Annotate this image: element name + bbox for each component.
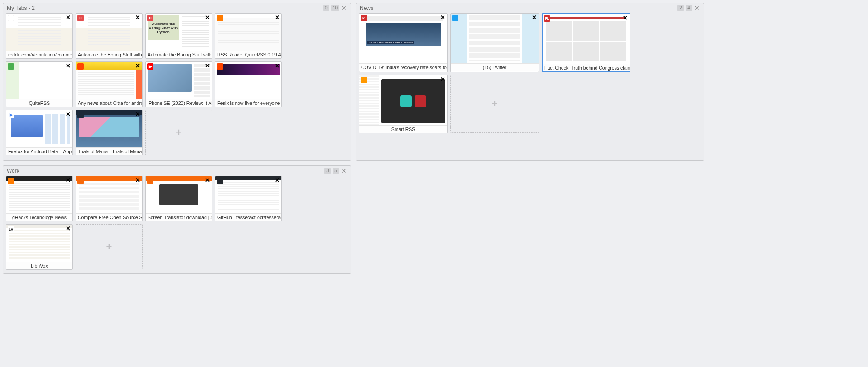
- group-badge-b[interactable]: 5: [333, 168, 339, 174]
- group-mytabs: My Tabs - 2 0 10 ✕ ✕reddit.com/r/emulati…: [3, 3, 351, 161]
- tile-close-icon[interactable]: ✕: [439, 14, 446, 21]
- tile-thumbnail[interactable]: ✕: [215, 176, 281, 213]
- favicon-icon: [217, 63, 223, 70]
- tab-tile[interactable]: ✕(15) Twitter: [450, 13, 539, 72]
- tab-tile[interactable]: ✕Screen Translator download | S: [145, 176, 212, 221]
- tile-close-icon[interactable]: ✕: [65, 14, 71, 21]
- group-header: News 2 4 ✕: [359, 3, 701, 13]
- tile-thumbnail[interactable]: ✕: [215, 62, 281, 99]
- group-close-icon[interactable]: ✕: [341, 167, 347, 174]
- tile-close-icon[interactable]: ✕: [274, 14, 280, 21]
- tile-close-icon[interactable]: ✕: [134, 177, 141, 184]
- tile-thumbnail[interactable]: ✕: [6, 176, 72, 213]
- tile-title: Screen Translator download | S: [146, 213, 212, 221]
- tile-thumbnail[interactable]: ✕: [76, 176, 142, 213]
- tile-thumbnail[interactable]: ✕: [146, 176, 212, 213]
- tab-tile[interactable]: INDIA'S RECOVERY RATE: 19.89%R.✕COVID-19…: [359, 13, 448, 72]
- tab-tile[interactable]: ✕Any news about Citra for androi: [76, 61, 143, 107]
- tab-tile[interactable]: LV✕LibriVox: [6, 224, 73, 270]
- favicon-icon: [77, 112, 84, 118]
- tile-close-icon[interactable]: ✕: [134, 14, 141, 21]
- tile-close-icon[interactable]: ✕: [439, 76, 446, 83]
- thumbnail-art: [76, 62, 142, 99]
- group-badge-b[interactable]: 4: [686, 5, 692, 11]
- tile-close-icon[interactable]: ✕: [204, 63, 210, 69]
- tab-tile[interactable]: u✕Automate the Boring Stuff with F: [76, 13, 143, 59]
- thumbnail-art: [543, 14, 630, 64]
- tab-tile[interactable]: ▶✕iPhone SE (2020) Review: It All: [145, 61, 212, 107]
- favicon-icon: [8, 178, 14, 184]
- tab-tile[interactable]: ✕gHacks Technology News: [6, 176, 73, 221]
- favicon-icon: u: [77, 15, 84, 21]
- tile-close-icon[interactable]: ✕: [204, 14, 210, 21]
- favicon-icon: [77, 178, 84, 184]
- tab-tile[interactable]: ▶✕Firefox for Android Beta – Apps: [6, 110, 73, 155]
- tab-tile[interactable]: ✕reddit.com/r/emulation/commen: [6, 13, 73, 59]
- tile-close-icon[interactable]: ✕: [531, 14, 537, 21]
- tile-thumbnail[interactable]: ✕: [359, 75, 447, 125]
- tile-close-icon[interactable]: ✕: [65, 177, 71, 184]
- tile-thumbnail[interactable]: u✕: [76, 14, 142, 51]
- tile-thumbnail[interactable]: ✕: [451, 14, 539, 63]
- favicon-icon: ▶: [8, 112, 14, 118]
- tab-tile[interactable]: ✕QuiteRSS: [6, 61, 73, 107]
- group-badge-a[interactable]: 0: [323, 5, 329, 11]
- group-badge-a[interactable]: 2: [677, 5, 684, 11]
- group-badge-a[interactable]: 3: [324, 168, 331, 174]
- tile-thumbnail[interactable]: Automate the Boring Stuff with Pythonu✕: [146, 14, 212, 51]
- thumbnail-art: [6, 62, 72, 99]
- group-title[interactable]: My Tabs - 2: [7, 5, 35, 11]
- tab-tile[interactable]: ✕Trials of Mana - Trials of Mana F: [76, 110, 143, 155]
- tile-thumbnail[interactable]: R.✕: [543, 14, 630, 64]
- tab-tile[interactable]: ✕RSS Reader QuiteRSS 0.19.4 o: [215, 13, 282, 59]
- tiles-container: ✕reddit.com/r/emulation/commenu✕Automate…: [6, 13, 348, 155]
- favicon-icon: [77, 63, 84, 70]
- add-tab-button[interactable]: +: [145, 110, 212, 155]
- thumbnail-art: [359, 75, 447, 125]
- tile-close-icon[interactable]: ✕: [622, 15, 628, 21]
- tile-title: Firefox for Android Beta – Apps: [6, 147, 72, 155]
- tile-close-icon[interactable]: ✕: [134, 63, 141, 69]
- tile-thumbnail[interactable]: LV✕: [6, 225, 72, 262]
- thumbnail-art: [215, 62, 281, 99]
- tab-tile[interactable]: R.✕Fact Check: Truth behind Congress cla…: [542, 13, 630, 72]
- tile-close-icon[interactable]: ✕: [274, 177, 280, 184]
- thumbnail-art: [451, 14, 539, 63]
- tile-thumbnail[interactable]: ✕: [76, 62, 142, 99]
- tile-thumbnail[interactable]: ✕: [76, 110, 142, 147]
- tile-close-icon[interactable]: ✕: [65, 226, 71, 232]
- group-title[interactable]: Work: [7, 168, 19, 174]
- tile-thumbnail[interactable]: INDIA'S RECOVERY RATE: 19.89%R.✕: [359, 14, 447, 63]
- tile-thumbnail[interactable]: ▶✕: [146, 62, 212, 99]
- thumbnail-art: [6, 176, 72, 213]
- group-close-icon[interactable]: ✕: [341, 5, 347, 12]
- tile-close-icon[interactable]: ✕: [65, 111, 71, 118]
- group-badge-b[interactable]: 10: [331, 5, 339, 11]
- group-controls: 3 5 ✕: [324, 167, 347, 174]
- tab-tile[interactable]: ✕GitHub - tesseract-ocr/tesserac: [215, 176, 282, 221]
- tile-title: QuiteRSS: [6, 99, 72, 107]
- tile-close-icon[interactable]: ✕: [274, 63, 280, 69]
- tile-thumbnail[interactable]: ▶✕: [6, 110, 72, 147]
- tile-title: reddit.com/r/emulation/commen: [6, 51, 72, 58]
- tile-close-icon[interactable]: ✕: [134, 111, 141, 118]
- favicon-icon: ▶: [147, 63, 153, 70]
- tile-thumbnail[interactable]: ✕: [6, 14, 72, 51]
- tile-thumbnail[interactable]: ✕: [215, 14, 281, 51]
- group-close-icon[interactable]: ✕: [694, 5, 700, 12]
- favicon-icon: LV: [8, 226, 14, 232]
- tile-close-icon[interactable]: ✕: [65, 63, 71, 69]
- tab-tile[interactable]: ✕Fenix is now live for everyone in: [215, 61, 282, 107]
- tab-tile[interactable]: ✕Smart RSS: [359, 75, 448, 133]
- add-tab-button[interactable]: +: [450, 75, 539, 133]
- group-controls: 2 4 ✕: [677, 5, 700, 12]
- tile-title: Fact Check: Truth behind Congress claim …: [543, 64, 630, 71]
- tab-tile[interactable]: ✕Compare Free Open Source So: [76, 176, 143, 221]
- group-title[interactable]: News: [360, 5, 373, 11]
- tab-tile[interactable]: Automate the Boring Stuff with Pythonu✕A…: [145, 13, 212, 59]
- tile-thumbnail[interactable]: ✕: [6, 62, 72, 99]
- group-controls: 0 10 ✕: [323, 5, 347, 12]
- tile-title: Fenix is now live for everyone in: [215, 99, 281, 107]
- tile-close-icon[interactable]: ✕: [204, 177, 210, 184]
- add-tab-button[interactable]: +: [76, 224, 143, 269]
